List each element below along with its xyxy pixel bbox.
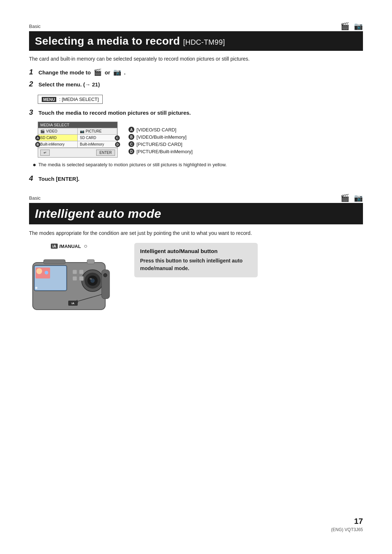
- header-icons-2: 🎬 📷: [340, 194, 363, 202]
- menu-text: : [MEDIA SELECT]: [59, 97, 99, 102]
- camera-icon-2: 📷: [354, 194, 363, 202]
- picture-header: 📷 PICTURE: [78, 128, 117, 135]
- svg-point-6: [35, 287, 37, 289]
- bullet-note-text: The media is selected separately to moti…: [38, 161, 227, 168]
- label-b: B: [35, 142, 40, 147]
- video-header: 🎬 VIDEO: [38, 128, 78, 135]
- section1-header: Basic 🎬 📷 Selecting a media to record [H…: [29, 22, 363, 51]
- svg-point-5: [45, 271, 48, 274]
- ui-grid: 🎬 VIDEO 📷 PICTURE A SD CARD C SD CARD B: [38, 128, 117, 148]
- section1-description: The card and built-in memory can be sele…: [29, 55, 363, 63]
- media-select-ui-wrapper: MEDIA SELECT 🎬 VIDEO 📷 PICTURE A SD CARD…: [38, 122, 118, 158]
- svg-rect-17: [73, 276, 77, 281]
- svg-point-19: [103, 273, 107, 277]
- manual-text: /MANUAL: [59, 244, 81, 249]
- step4: 4 Touch [ENTER].: [29, 174, 363, 183]
- legend-item-b: B [VIDEO/Built-inMemory]: [128, 134, 193, 140]
- legend-c: C: [128, 141, 134, 147]
- section1-title: Selecting a media to record: [35, 35, 180, 47]
- menu-label: MENU: [42, 97, 56, 102]
- label-d: D: [115, 142, 120, 147]
- svg-point-11: [90, 278, 92, 280]
- legend-item-d: D [PICTURE/Built-inMemory]: [128, 148, 193, 154]
- section2-title: Intelligent auto mode: [35, 207, 161, 220]
- section2-title-bar: Intelligent auto mode: [29, 203, 363, 224]
- info-box: Intelligent auto/Manual button Press thi…: [134, 243, 258, 277]
- intelligent-content: iA /MANUAL ○: [29, 243, 363, 318]
- label-a: A: [35, 135, 40, 140]
- media-select-ui: MEDIA SELECT 🎬 VIDEO 📷 PICTURE A SD CARD…: [38, 122, 118, 158]
- media-select-area: MEDIA SELECT 🎬 VIDEO 📷 PICTURE A SD CARD…: [38, 122, 363, 158]
- legend-c-text: [PICTURE/SD CARD]: [136, 142, 182, 147]
- step3: 3 Touch the media to record motion pictu…: [29, 108, 363, 117]
- legend-d-text: [PICTURE/Built-inMemory]: [136, 149, 193, 154]
- legend-a-text: [VIDEO/SD CARD]: [136, 127, 176, 133]
- step2-text: Select the menu. (→ 21): [38, 81, 100, 87]
- circle-icon: ○: [84, 243, 87, 249]
- section2: Basic 🎬 📷 Intelligent auto mode The mode…: [29, 194, 363, 318]
- basic-text: Basic: [29, 24, 41, 29]
- step3-number: 3: [29, 108, 36, 117]
- video-mode-icon: 🎬: [94, 69, 102, 76]
- page-number: 17: [331, 517, 363, 526]
- basic-text-2: Basic: [29, 195, 41, 201]
- ui-footer: ↵ ENTER: [38, 148, 117, 157]
- page-code: (ENG) VQT3J65: [331, 527, 363, 532]
- info-box-text: Press this button to switch intelligent …: [140, 257, 252, 272]
- svg-rect-14: [87, 260, 94, 264]
- step2-number: 2: [29, 80, 36, 88]
- legend-d: D: [128, 148, 134, 154]
- camera-mode-icon: 📷: [113, 69, 121, 76]
- svg-rect-13: [44, 260, 65, 264]
- built-in-picture: D Built-inMemory: [78, 141, 117, 148]
- section1-model: [HDC-TM99]: [183, 38, 225, 46]
- video-icon: 🎬: [340, 22, 350, 30]
- svg-rect-16: [79, 270, 83, 274]
- svg-rect-15: [73, 270, 77, 274]
- section2-description: The modes appropriate for the condition …: [29, 229, 363, 237]
- svg-rect-18: [79, 276, 83, 281]
- camera-svg: iA: [29, 252, 116, 317]
- header-icons: 🎬 📷: [340, 22, 363, 30]
- enter-btn[interactable]: ENTER: [96, 150, 115, 156]
- legend-list: A [VIDEO/SD CARD] B [VIDEO/Built-inMemor…: [128, 122, 193, 154]
- basic-row-2: Basic 🎬 📷: [29, 194, 363, 202]
- ui-title-text: MEDIA SELECT: [40, 123, 69, 127]
- legend-b-text: [VIDEO/Built-inMemory]: [136, 134, 187, 140]
- built-in-video: B Built-inMemory: [38, 141, 78, 148]
- label-c: C: [115, 135, 120, 140]
- svg-point-4: [36, 268, 42, 274]
- back-btn[interactable]: ↵: [40, 150, 50, 156]
- legend-item-c: C [PICTURE/SD CARD]: [128, 141, 193, 147]
- bullet-dot: ●: [33, 160, 36, 169]
- menu-box: MENU : [MEDIA SELECT]: [38, 95, 103, 104]
- legend-item-a: A [VIDEO/SD CARD]: [128, 127, 193, 133]
- video-icon-2: 🎬: [340, 194, 350, 202]
- ui-title: MEDIA SELECT: [38, 122, 117, 128]
- page-footer: 17 (ENG) VQT3J65: [331, 517, 363, 532]
- basic-row: Basic 🎬 📷: [29, 22, 363, 30]
- step4-text: Touch [ENTER].: [38, 176, 79, 182]
- info-box-title: Intelligent auto/Manual button: [140, 248, 252, 254]
- sd-card-video: A SD CARD: [38, 135, 78, 141]
- camera-icon: 📷: [354, 22, 363, 30]
- sd-card-picture: C SD CARD: [78, 135, 117, 141]
- ia-box: iA: [51, 244, 58, 249]
- manual-label-row: iA /MANUAL ○: [51, 243, 87, 249]
- step1: 1 Change the mode to 🎬 or 📷 .: [29, 68, 363, 76]
- step3-text: Touch the media to record motion picture…: [38, 110, 191, 116]
- step4-number: 4: [29, 174, 36, 183]
- step1-text: Change the mode to 🎬 or 📷 .: [38, 68, 126, 76]
- section1-title-bar: Selecting a media to record [HDC-TM99]: [29, 31, 363, 51]
- bullet-note: ● The media is selected separately to mo…: [33, 161, 363, 169]
- legend-b: B: [128, 134, 134, 140]
- step2: 2 Select the menu. (→ 21): [29, 80, 363, 88]
- step1-number: 1: [29, 68, 36, 76]
- camera-image-area: iA /MANUAL ○: [29, 243, 123, 318]
- svg-text:iA: iA: [72, 302, 74, 305]
- legend-a: A: [128, 127, 134, 133]
